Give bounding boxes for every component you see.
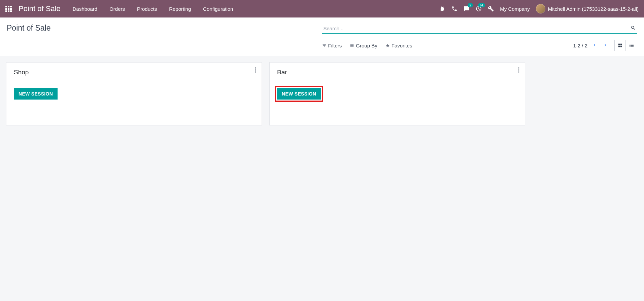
kanban-view-button[interactable] <box>614 40 626 51</box>
list-view-button[interactable] <box>626 40 637 51</box>
kanban-card-bar[interactable]: Bar NEW SESSION <box>269 62 525 125</box>
nav-orders[interactable]: Orders <box>109 6 125 12</box>
company-selector[interactable]: My Company <box>500 6 530 12</box>
list-lines-icon <box>629 43 634 48</box>
search-icon[interactable] <box>631 25 636 32</box>
avatar <box>536 4 545 13</box>
new-session-button[interactable]: NEW SESSION <box>14 88 58 100</box>
card-more-button[interactable] <box>255 67 256 74</box>
user-menu[interactable]: Mitchell Admin (17533122-saas-15-2-all) <box>536 4 639 13</box>
nav-configuration[interactable]: Configuration <box>203 6 233 12</box>
view-switcher <box>614 40 637 51</box>
app-title[interactable]: Point of Sale <box>19 4 61 13</box>
favorites-button[interactable]: Favorites <box>385 43 412 48</box>
kanban-card-shop[interactable]: Shop NEW SESSION <box>6 62 262 125</box>
bug-icon[interactable] <box>439 6 445 12</box>
filter-buttons: Filters Group By Favorites 1-2 / 2 <box>322 40 638 51</box>
pager-text[interactable]: 1-2 / 2 <box>573 43 587 48</box>
nav-right: 2 61 My Company Mitchell Admin (17533122… <box>439 4 639 13</box>
user-name: Mitchell Admin (17533122-saas-15-2-all) <box>548 6 639 12</box>
filters-label: Filters <box>328 43 342 48</box>
svg-point-0 <box>255 67 256 68</box>
search-wrapper <box>322 24 638 34</box>
chevron-right-icon <box>603 43 608 47</box>
control-panel: Point of Sale Filters Group By Favorites <box>0 17 644 56</box>
new-session-button[interactable]: NEW SESSION <box>277 88 321 100</box>
pager-view-group: 1-2 / 2 <box>573 40 637 51</box>
top-navbar: Point of Sale Dashboard Orders Products … <box>0 0 644 17</box>
main-nav: Dashboard Orders Products Reporting Conf… <box>73 6 440 12</box>
messages-icon[interactable]: 2 <box>464 6 470 12</box>
svg-point-2 <box>255 71 256 72</box>
chevron-left-icon <box>592 43 597 47</box>
control-panel-top: Point of Sale <box>7 24 637 34</box>
svg-point-4 <box>518 69 519 70</box>
nav-products[interactable]: Products <box>137 6 157 12</box>
activity-icon[interactable]: 61 <box>476 6 482 12</box>
svg-point-5 <box>518 71 519 72</box>
filters-button[interactable]: Filters <box>322 43 342 48</box>
groupby-button[interactable]: Group By <box>350 43 377 48</box>
kanban-container: Shop NEW SESSION Bar NEW SESSION <box>0 56 644 131</box>
pager-nav <box>592 43 608 48</box>
messages-badge: 2 <box>468 3 473 7</box>
pager-next[interactable] <box>603 43 608 48</box>
svg-point-3 <box>518 67 519 68</box>
card-more-button[interactable] <box>518 67 519 74</box>
filter-icon <box>322 43 327 48</box>
control-panel-bottom: Filters Group By Favorites 1-2 / 2 <box>7 40 637 51</box>
groupby-label: Group By <box>356 43 377 48</box>
phone-icon[interactable] <box>451 6 457 12</box>
grid-icon <box>617 43 623 48</box>
favorites-label: Favorites <box>392 43 412 48</box>
search-input[interactable] <box>322 24 638 34</box>
nav-reporting[interactable]: Reporting <box>169 6 191 12</box>
breadcrumb: Point of Sale <box>7 24 50 33</box>
list-icon <box>350 43 354 48</box>
card-title: Bar <box>277 69 517 76</box>
nav-dashboard[interactable]: Dashboard <box>73 6 97 12</box>
pager: 1-2 / 2 <box>573 43 608 48</box>
star-icon <box>385 43 390 48</box>
svg-point-1 <box>255 69 256 70</box>
card-title: Shop <box>14 69 254 76</box>
pager-prev[interactable] <box>592 43 597 48</box>
dots-vertical-icon <box>518 67 519 73</box>
dots-vertical-icon <box>255 67 256 73</box>
activity-badge: 61 <box>478 3 485 7</box>
apps-icon[interactable] <box>5 6 12 12</box>
tools-icon[interactable] <box>488 6 494 12</box>
